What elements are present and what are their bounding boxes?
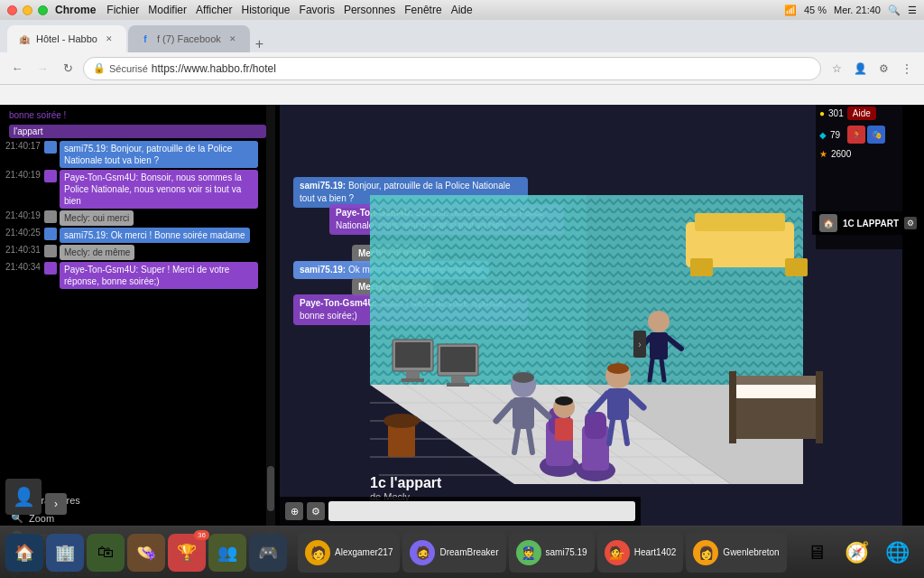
menu-historique[interactable]: Historique <box>242 4 291 16</box>
dock-bar: 🏠 🏢 🛍 👒 🏆 36 👥 🎮 🧑 Alexgamer217 🧔 DreamB… <box>0 526 924 578</box>
aide-button[interactable]: Aide <box>847 107 876 120</box>
hud-icon-red[interactable]: 🏃 <box>847 126 865 144</box>
user-card-3[interactable]: 👮 sami75.19 <box>509 533 595 573</box>
dock-finder[interactable]: 🖥 <box>798 534 836 572</box>
dock-habbo-catalog[interactable]: 🛍 <box>87 534 125 572</box>
tab-habbo[interactable]: 🏨 Hôtel - Habbo ✕ <box>7 25 126 52</box>
chat-scrollbar[interactable] <box>266 105 275 547</box>
chat-msg-partial: bonne soirée ! <box>5 108 270 122</box>
habbo-room-icon: 🏢 <box>55 543 75 563</box>
wifi-icon: 📶 <box>784 5 797 16</box>
svg-point-55 <box>607 363 629 374</box>
room-badge-text: 1C LAPPART <box>843 219 899 228</box>
secure-label: Sécurisé <box>109 63 148 74</box>
new-tab-button[interactable]: + <box>255 36 263 52</box>
user-avatar-3: 👮 <box>516 540 541 565</box>
habbo-home-icon: 🏠 <box>14 543 34 563</box>
dock-habbo-room[interactable]: 🏢 <box>46 534 84 572</box>
menu-button[interactable]: ⋮ <box>897 59 917 79</box>
user-name-1: Alexgamer217 <box>335 547 393 557</box>
svg-rect-32 <box>451 376 465 383</box>
chat-msg-1: 21:40:17 sami75.19: Bonjour, patrouille … <box>5 141 270 168</box>
chat-msg-6: 21:40:34 Paye-Ton-Gsm4U: Super ! Merci d… <box>5 262 270 289</box>
svg-rect-20 <box>785 258 808 276</box>
chat-time-4: 21:40:25 <box>5 228 42 238</box>
dock-habbo-home[interactable]: 🏠 <box>5 534 43 572</box>
profile-button[interactable]: 👤 <box>850 59 870 79</box>
forward-button[interactable]: → <box>32 59 52 79</box>
chat-settings-btn[interactable]: ⚙ <box>307 502 325 520</box>
chat-text-3: Mecly: oui merci <box>60 210 134 226</box>
tab-facebook[interactable]: f f (7) Facebook ✕ <box>128 25 250 52</box>
tab-facebook-label: f (7) Facebook <box>157 33 221 44</box>
svg-rect-28 <box>406 371 420 378</box>
secure-icon: 🔒 <box>93 62 106 74</box>
dock-chrome[interactable]: 🌐 <box>879 534 917 572</box>
maximize-button[interactable] <box>38 5 48 15</box>
refresh-button[interactable]: ↻ <box>58 59 78 79</box>
svg-line-53 <box>609 420 613 443</box>
extensions-button[interactable]: ⚙ <box>873 59 893 79</box>
chat-avatar-4 <box>44 228 57 240</box>
finder-icon: 🖥 <box>807 541 827 564</box>
dock-maps[interactable]: 🗺 <box>919 534 924 572</box>
user-card-2[interactable]: 🧔 DreamBreaker <box>402 533 505 573</box>
svg-line-61 <box>661 359 664 380</box>
address-bar: ← → ↻ 🔒 Sécurisé https://www.habbo.fr/ho… <box>0 52 924 85</box>
chat-avatar-3 <box>44 210 57 223</box>
hud-duckets-row: ★ 2600 <box>816 147 924 161</box>
user-card-1[interactable]: 🧑 Alexgamer217 <box>298 533 400 573</box>
panel-collapse-btn[interactable]: › <box>633 331 646 358</box>
svg-point-64 <box>555 396 573 406</box>
menu-modifier[interactable]: Modifier <box>148 4 187 16</box>
minimize-button[interactable] <box>23 5 32 15</box>
battery-status: 45 % <box>804 5 827 15</box>
hud-icon-blue[interactable]: 🎭 <box>867 126 885 144</box>
dock-habbo-friends[interactable]: 👥 <box>208 534 246 572</box>
chat-messages: bonne soirée ! l'appart 21:40:17 sami75.… <box>0 105 275 293</box>
dock-habbo-badge[interactable]: 🏆 36 <box>168 534 206 572</box>
user-name-3: sami75.19 <box>546 547 587 557</box>
emoji-button[interactable]: ⊕ <box>285 502 303 520</box>
tab-habbo-close[interactable]: ✕ <box>103 33 116 45</box>
hud-coins-row: ● 301 Aide <box>816 105 924 122</box>
bookmark-button[interactable]: ☆ <box>827 59 846 79</box>
user-card-5[interactable]: 👩 Gwenlebreton <box>686 533 786 573</box>
search-icon[interactable]: 🔍 <box>888 5 901 16</box>
control-icon[interactable]: ☰ <box>908 5 917 16</box>
close-button[interactable] <box>7 5 17 15</box>
menu-fenetre[interactable]: Fenêtre <box>404 4 441 16</box>
room-badge: 🏠 1C LAPPART ⚙ <box>812 211 924 235</box>
arrow-btn[interactable]: › <box>45 493 67 515</box>
chrome-icon: 🌐 <box>885 541 910 564</box>
user-name-5: Gwenlebreton <box>723 547 779 557</box>
duckets-count: 2600 <box>831 149 851 159</box>
player-avatar[interactable]: 👤 <box>5 479 42 515</box>
tab-habbo-label: Hôtel - Habbo <box>36 33 97 44</box>
user-card-4[interactable]: 💁 Heart1402 <box>597 533 684 573</box>
menu-favoris[interactable]: Favoris <box>300 4 335 16</box>
svg-line-60 <box>650 359 652 380</box>
safari-icon: 🧭 <box>845 541 869 564</box>
room-settings-btn[interactable]: ⚙ <box>904 217 917 229</box>
url-bar[interactable]: 🔒 Sécurisé https://www.habbo.fr/hotel <box>83 57 821 80</box>
chat-time-1: 21:40:17 <box>5 141 42 151</box>
back-button[interactable]: ← <box>7 59 27 79</box>
dock-habbo-extra[interactable]: 🎮 <box>249 534 287 572</box>
dock-habbo-avatar[interactable]: 👒 <box>127 534 165 572</box>
habbo-avatar-icon: 👒 <box>136 543 156 563</box>
chat-msg-3: 21:40:19 Mecly: oui merci <box>5 210 270 226</box>
chat-text-6: Paye-Ton-Gsm4U: Super ! Merci de votre r… <box>60 262 258 289</box>
chat-avatar-2 <box>44 170 57 182</box>
chat-input[interactable] <box>328 501 635 521</box>
tab-facebook-close[interactable]: ✕ <box>226 33 239 45</box>
menu-afficher[interactable]: Afficher <box>196 4 232 16</box>
chat-input-area: ⊕ ⚙ <box>280 497 641 526</box>
app-name: Chrome <box>55 4 96 16</box>
dock-safari[interactable]: 🧭 <box>838 534 876 572</box>
menu-personnes[interactable]: Personnes <box>344 4 395 16</box>
facebook-favicon: f <box>139 33 152 45</box>
clock: Mer. 21:40 <box>834 5 881 15</box>
menu-aide[interactable]: Aide <box>451 4 473 16</box>
menu-fichier[interactable]: Fichier <box>106 4 139 16</box>
